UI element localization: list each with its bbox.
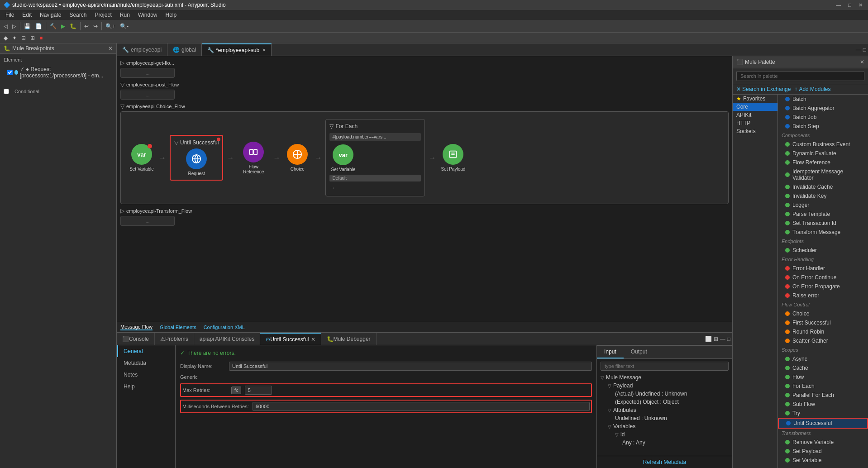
palette-item-on-error-continue[interactable]: On Error Continue bbox=[778, 273, 868, 282]
tree-variables[interactable]: ▽ Variables bbox=[604, 422, 732, 430]
configuration-xml-tab[interactable]: Configuration XML bbox=[204, 325, 245, 330]
palette-item-parse-template[interactable]: Parse Template bbox=[778, 210, 868, 219]
toolbar-debug[interactable]: 🐛 bbox=[68, 22, 78, 30]
palette-item-try[interactable]: Try bbox=[778, 409, 868, 418]
toolbar2-btn1[interactable]: ◆ bbox=[2, 34, 10, 42]
flow1-collapse-icon[interactable]: ▷ bbox=[120, 60, 124, 66]
node-set-variable[interactable]: var Set Variable bbox=[128, 144, 155, 172]
toolbar-zoom-out[interactable]: 🔍- bbox=[118, 22, 130, 30]
palette-item-first-successful[interactable]: First Successful bbox=[778, 318, 868, 327]
tab-apikit-consoles[interactable]: api api APIKit Consoles bbox=[194, 333, 260, 345]
palette-item-batch[interactable]: Batch bbox=[778, 95, 868, 104]
bottom-minimize-icon[interactable]: ⬜ bbox=[705, 336, 712, 342]
category-http[interactable]: HTTP bbox=[733, 119, 777, 127]
palette-item-raise-error[interactable]: Raise error bbox=[778, 291, 868, 300]
toolbar2-btn2[interactable]: ✦ bbox=[10, 34, 19, 42]
tree-mule-message[interactable]: ▽ Mule Message bbox=[597, 373, 732, 382]
node-choice[interactable]: Choice bbox=[284, 144, 311, 172]
minimize-button[interactable]: — bbox=[834, 2, 843, 8]
menu-search[interactable]: Search bbox=[66, 11, 90, 19]
palette-item-set-payload-palette[interactable]: Set Payload bbox=[778, 447, 868, 456]
refresh-metadata-button[interactable]: Refresh Metadata bbox=[597, 456, 732, 468]
tab-employeeapi[interactable]: 🔧 employeeapi bbox=[117, 43, 167, 56]
toolbar-undo[interactable]: ↩ bbox=[82, 22, 91, 30]
tab-global[interactable]: 🌐 global bbox=[167, 43, 202, 56]
palette-item-remove-variable[interactable]: Remove Variable bbox=[778, 438, 868, 447]
menu-navigate[interactable]: Navigate bbox=[36, 11, 65, 19]
conditional-checkbox[interactable] bbox=[4, 89, 9, 94]
max-retries-fx-button[interactable]: fx bbox=[231, 387, 241, 394]
palette-item-set-variable-palette[interactable]: Set Variable bbox=[778, 456, 868, 465]
palette-item-for-each[interactable]: For Each bbox=[778, 382, 868, 391]
palette-item-parallel-for-each[interactable]: Parallel For Each bbox=[778, 391, 868, 400]
tree-payload[interactable]: ▽ Payload bbox=[604, 382, 732, 390]
flow2-collapse-icon[interactable]: ▽ bbox=[120, 81, 124, 88]
toolbar2-btn4[interactable]: ⊞ bbox=[29, 34, 37, 42]
menu-window[interactable]: Window bbox=[134, 11, 161, 19]
tab-problems[interactable]: ⚠ Problems bbox=[155, 333, 194, 345]
io-tab-output[interactable]: Output bbox=[624, 346, 654, 358]
node-inner-set-variable[interactable]: var Set Variable bbox=[329, 144, 357, 172]
palette-item-batch-job[interactable]: Batch Job bbox=[778, 113, 868, 122]
tab-sub-close[interactable]: ✕ bbox=[262, 48, 266, 53]
category-favorites[interactable]: ★ Favorites bbox=[733, 95, 777, 103]
ms-between-retries-input[interactable] bbox=[253, 402, 590, 411]
io-tab-input[interactable]: Input bbox=[597, 346, 624, 358]
menu-help[interactable]: Help bbox=[162, 11, 181, 19]
flow3-collapse-icon[interactable]: ▽ bbox=[120, 103, 124, 110]
message-flow-tab[interactable]: Message Flow bbox=[120, 324, 153, 330]
until-successful-collapse[interactable]: ▽ bbox=[174, 139, 178, 146]
menu-edit[interactable]: Edit bbox=[19, 11, 35, 19]
toolbar-zoom-in[interactable]: 🔍+ bbox=[104, 22, 117, 30]
for-each-collapse[interactable]: ▽ bbox=[329, 123, 334, 129]
breakpoint-checkbox[interactable] bbox=[7, 70, 13, 75]
palette-item-invalidate-key[interactable]: Invalidate Key bbox=[778, 191, 868, 201]
palette-item-sub-flow[interactable]: Sub Flow bbox=[778, 400, 868, 409]
search-exchange-action[interactable]: ✕ Search in Exchange bbox=[736, 86, 791, 92]
nav-metadata[interactable]: Metadata bbox=[117, 357, 175, 369]
toolbar-redo[interactable]: ↪ bbox=[91, 22, 100, 30]
tab-employeeapi-sub[interactable]: 🔧 *employeeapi-sub ✕ bbox=[202, 43, 272, 56]
canvas-area[interactable]: ▷ employeeapi-get-flo... ... ▽ employeea… bbox=[117, 56, 732, 322]
palette-search-input[interactable] bbox=[736, 71, 864, 81]
nav-general[interactable]: General bbox=[117, 345, 175, 357]
tab-maximize-icon[interactable]: □ bbox=[863, 47, 866, 53]
tab-mule-debugger[interactable]: 🐛 Mule Debugger bbox=[321, 333, 377, 345]
toolbar2-btn3[interactable]: ⊟ bbox=[19, 34, 28, 42]
palette-item-error-handler[interactable]: Error Handler bbox=[778, 264, 868, 273]
tab-minimize-icon[interactable]: — bbox=[856, 47, 861, 53]
node-request[interactable]: Request bbox=[174, 148, 219, 176]
toolbar2-stop[interactable]: ■ bbox=[38, 34, 44, 42]
palette-item-scatter-gather[interactable]: Scatter-Gather bbox=[778, 336, 868, 345]
category-apikit[interactable]: APIKit bbox=[733, 111, 777, 119]
tab-console[interactable]: ⬛ Console bbox=[117, 333, 155, 345]
menu-project[interactable]: Project bbox=[91, 11, 115, 19]
palette-item-set-transaction[interactable]: Set Transaction Id bbox=[778, 219, 868, 228]
breakpoint-item[interactable]: ✓ ● Request [processors:1/processors/0] … bbox=[4, 64, 113, 81]
until-successful-tab-close[interactable]: ✕ bbox=[311, 336, 315, 343]
close-button[interactable]: ✕ bbox=[857, 2, 864, 8]
menu-file[interactable]: File bbox=[2, 11, 18, 19]
tree-id[interactable]: ▽ id bbox=[611, 430, 732, 439]
palette-item-idempotent[interactable]: Idempotent Message Validator bbox=[778, 167, 868, 182]
tree-attributes[interactable]: ▽ Attributes bbox=[604, 406, 732, 414]
flow4-collapse-icon[interactable]: ▷ bbox=[120, 208, 124, 214]
title-bar-controls[interactable]: — □ ✕ bbox=[834, 2, 864, 8]
palette-item-until-successful[interactable]: Until Successful bbox=[778, 418, 868, 429]
category-core[interactable]: Core bbox=[733, 103, 777, 111]
breakpoints-close[interactable]: ✕ bbox=[108, 45, 113, 52]
palette-item-flow-reference[interactable]: Flow Reference bbox=[778, 158, 868, 167]
toolbar-build[interactable]: 🔨 bbox=[48, 22, 58, 30]
add-modules-action[interactable]: + Add Modules bbox=[794, 86, 830, 92]
menu-run[interactable]: Run bbox=[116, 11, 134, 19]
global-elements-tab[interactable]: Global Elements bbox=[160, 325, 196, 330]
bottom-tile-icon[interactable]: ⊞ bbox=[714, 336, 718, 342]
palette-item-cache[interactable]: Cache bbox=[778, 363, 868, 372]
max-retries-input[interactable] bbox=[245, 386, 272, 395]
palette-item-custom-business[interactable]: Custom Business Event bbox=[778, 140, 868, 149]
palette-item-round-robin[interactable]: Round Robin bbox=[778, 327, 868, 336]
toolbar-save-all[interactable]: 📄 bbox=[33, 22, 44, 30]
palette-item-choice[interactable]: Choice bbox=[778, 309, 868, 318]
bottom-maximize-icon[interactable]: — bbox=[720, 336, 725, 342]
palette-item-batch-step[interactable]: Batch Step bbox=[778, 122, 868, 131]
